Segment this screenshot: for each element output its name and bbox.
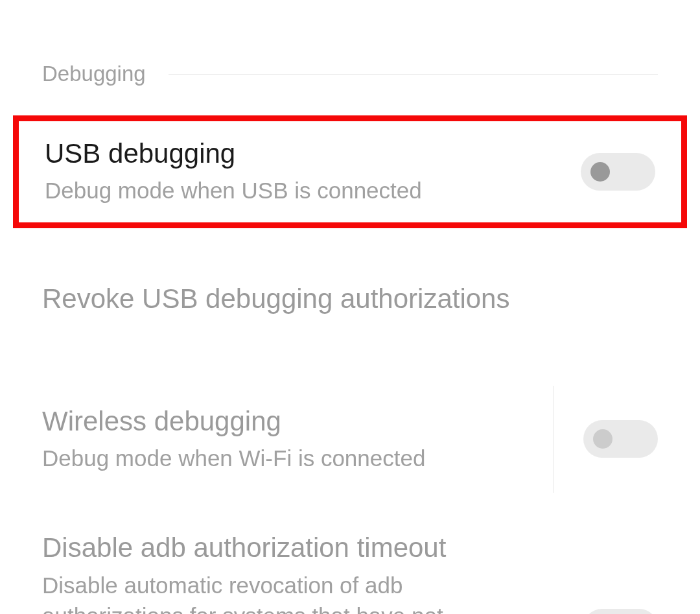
usb-debugging-text: USB debugging Debug mode when USB is con…: [45, 137, 555, 206]
disable-adb-timeout-title: Disable adb authorization timeout: [42, 532, 496, 564]
section-title: Debugging: [42, 62, 146, 86]
disable-adb-timeout-toggle[interactable]: [583, 609, 658, 614]
wireless-debugging-desc: Debug mode when Wi-Fi is connected: [42, 443, 557, 473]
usb-debugging-title: USB debugging: [45, 137, 555, 170]
toggle-knob-icon: [593, 429, 612, 449]
usb-debugging-desc: Debug mode when USB is connected: [45, 175, 555, 206]
usb-debugging-setting[interactable]: USB debugging Debug mode when USB is con…: [13, 115, 687, 228]
toggle-knob-icon: [590, 162, 610, 182]
section-header: Debugging: [0, 0, 700, 99]
revoke-authorizations-title: Revoke USB debugging authorizations: [42, 283, 658, 314]
usb-debugging-toggle[interactable]: [581, 153, 655, 191]
wireless-debugging-title: Wireless debugging: [42, 405, 557, 438]
wireless-divider: [554, 386, 554, 493]
wireless-debugging-setting[interactable]: Wireless debugging Debug mode when Wi-Fi…: [0, 389, 700, 490]
disable-adb-timeout-desc: Disable automatic revocation of adb auth…: [42, 570, 496, 614]
section-divider: [169, 74, 658, 75]
disable-adb-timeout-setting[interactable]: Disable adb authorization timeout Disabl…: [0, 512, 700, 614]
wireless-debugging-toggle[interactable]: [583, 420, 658, 458]
disable-adb-timeout-text: Disable adb authorization timeout Disabl…: [42, 532, 496, 614]
revoke-authorizations-setting[interactable]: Revoke USB debugging authorizations: [0, 261, 700, 350]
wireless-debugging-text: Wireless debugging Debug mode when Wi-Fi…: [42, 405, 557, 474]
